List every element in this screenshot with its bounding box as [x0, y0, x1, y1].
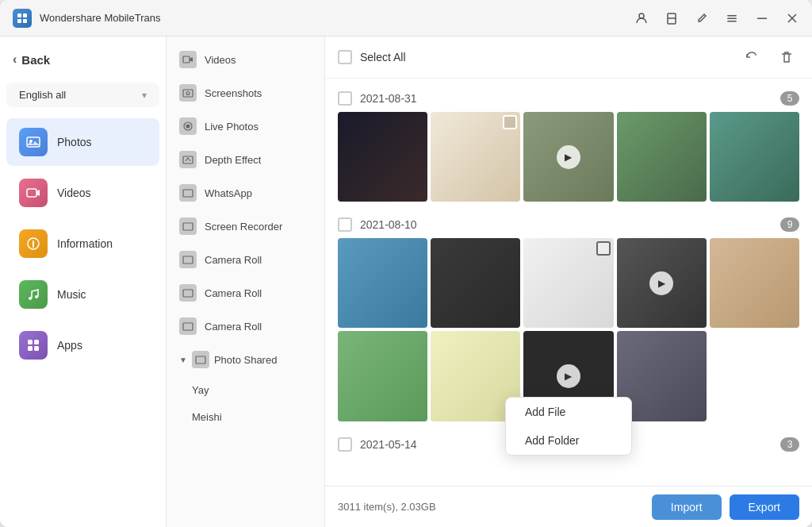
- middle-item-live-photos[interactable]: Live Photos: [167, 110, 324, 143]
- titlebar-icons: [634, 11, 799, 25]
- photo-thumb[interactable]: [338, 238, 427, 328]
- sidebar-item-videos-label: Videos: [57, 187, 91, 199]
- svg-rect-28: [183, 256, 193, 264]
- whatsapp-icon: [179, 184, 197, 202]
- sidebar-item-music[interactable]: Music: [6, 271, 159, 318]
- import-button[interactable]: Import: [652, 494, 722, 520]
- middle-item-depth-effect-label: Depth Effect: [205, 154, 261, 166]
- items-info: 3011 item(s), 2.03GB: [338, 501, 436, 513]
- sub-item-yay-label: Yay: [192, 384, 209, 396]
- sub-item-meishi[interactable]: Meishi: [167, 403, 324, 430]
- svg-point-4: [639, 13, 644, 18]
- content-area: ‹ Back English all ▾ Photos: [0, 37, 812, 527]
- apps-nav-icon: [19, 331, 48, 360]
- sidebar-item-information[interactable]: Information: [6, 220, 159, 267]
- photo-thumb[interactable]: [710, 238, 799, 328]
- date-3-count: 3: [780, 437, 799, 452]
- svg-rect-7: [727, 17, 737, 19]
- dropdown-add-folder[interactable]: Add Folder: [506, 426, 631, 455]
- svg-rect-3: [23, 19, 27, 23]
- svg-point-14: [29, 297, 32, 300]
- camera-roll-2-icon: [179, 284, 197, 302]
- play-button-icon: ▶: [649, 271, 673, 295]
- export-button[interactable]: Export: [730, 494, 799, 520]
- svg-rect-0: [17, 13, 21, 17]
- date-section-1: 2021-08-31 5: [338, 85, 799, 202]
- svg-rect-30: [183, 323, 193, 330]
- sidebar-item-photos[interactable]: Photos: [6, 118, 159, 166]
- photo-grid-2: ▶: [338, 238, 799, 421]
- middle-item-screenshots-label: Screenshots: [205, 87, 262, 99]
- svg-rect-9: [757, 17, 767, 19]
- middle-item-whatsapp-label: WhatsApp: [205, 187, 252, 199]
- bookmark-icon[interactable]: [665, 11, 679, 25]
- dropdown-add-file[interactable]: Add File: [506, 398, 631, 426]
- middle-item-videos-label: Videos: [205, 54, 236, 66]
- menu-icon[interactable]: [725, 11, 739, 25]
- play-button-icon: ▶: [557, 145, 580, 169]
- photo-shared-arrow-icon: ▼: [179, 356, 187, 364]
- toolbar-right: [739, 44, 799, 70]
- photo-shared-icon: [192, 351, 209, 368]
- sidebar-item-photos-label: Photos: [57, 136, 92, 148]
- svg-rect-26: [183, 190, 193, 197]
- sidebar-item-music-label: Music: [57, 288, 86, 301]
- svg-rect-21: [183, 90, 193, 97]
- device-selector-text: English all: [19, 89, 66, 101]
- device-selector[interactable]: English all ▾: [6, 83, 159, 107]
- photo-thumb[interactable]: [523, 238, 613, 328]
- user-icon[interactable]: [634, 11, 649, 25]
- date-3-checkbox[interactable]: [338, 437, 352, 452]
- photo-thumb[interactable]: [338, 331, 427, 421]
- date-1-count: 5: [780, 91, 799, 106]
- photo-thumb[interactable]: ▶: [523, 112, 613, 202]
- back-button[interactable]: ‹ Back: [0, 46, 166, 73]
- svg-rect-19: [34, 346, 39, 351]
- middle-item-depth-effect[interactable]: Depth Effect: [167, 143, 324, 176]
- middle-item-camera-roll-1[interactable]: Camera Roll: [167, 243, 324, 276]
- undo-button[interactable]: [739, 44, 764, 70]
- app-window: Wondershare MobileTrans: [0, 0, 812, 527]
- camera-roll-1-icon: [179, 251, 197, 268]
- play-button-icon: ▶: [557, 364, 580, 388]
- screenshots-icon: [179, 84, 197, 102]
- middle-item-screenshots[interactable]: Screenshots: [167, 76, 324, 110]
- middle-item-screen-recorder[interactable]: Screen Recorder: [167, 210, 324, 243]
- middle-item-camera-roll-3[interactable]: Camera Roll: [167, 310, 324, 343]
- edit-icon[interactable]: [695, 11, 709, 25]
- chevron-down-icon: ▾: [142, 90, 147, 101]
- middle-item-camera-roll-2[interactable]: Camera Roll: [167, 276, 324, 310]
- photo-thumb[interactable]: [617, 112, 707, 202]
- photo-thumb[interactable]: [338, 112, 427, 202]
- svg-rect-1: [23, 13, 27, 17]
- close-icon[interactable]: [785, 11, 799, 25]
- minimize-icon[interactable]: [755, 11, 769, 25]
- main-container: Select All: [325, 37, 812, 527]
- middle-item-screen-recorder-label: Screen Recorder: [205, 221, 282, 233]
- middle-item-camera-roll-3-label: Camera Roll: [205, 321, 262, 333]
- middle-item-whatsapp[interactable]: WhatsApp: [167, 176, 324, 210]
- photo-thumb[interactable]: [710, 112, 799, 202]
- bottom-actions: Import Export: [652, 494, 799, 520]
- delete-button[interactable]: [774, 44, 799, 70]
- live-photos-icon: [179, 117, 197, 135]
- date-2-checkbox[interactable]: [338, 217, 352, 232]
- date-header-2: 2021-08-10 9: [338, 211, 799, 238]
- photo-thumb[interactable]: [431, 238, 520, 328]
- svg-point-11: [29, 140, 33, 143]
- middle-panel: Videos Screenshots Live Photos Depth Eff…: [167, 37, 325, 527]
- photo-shared-header[interactable]: ▼ Photo Shared: [167, 343, 324, 376]
- titlebar-left: Wondershare MobileTrans: [13, 9, 160, 28]
- date-1-checkbox[interactable]: [338, 91, 352, 106]
- sidebar-item-apps[interactable]: Apps: [6, 321, 159, 369]
- photo-thumb[interactable]: ▶: [617, 238, 707, 328]
- select-all-checkbox[interactable]: [338, 50, 352, 64]
- svg-rect-29: [183, 290, 193, 297]
- photo-thumb[interactable]: [431, 112, 520, 202]
- sub-item-yay[interactable]: Yay: [167, 376, 324, 403]
- main-toolbar: Select All: [325, 37, 812, 79]
- middle-item-videos[interactable]: Videos: [167, 43, 324, 76]
- svg-rect-10: [27, 137, 40, 147]
- sidebar-item-videos[interactable]: Videos: [6, 169, 159, 217]
- date-1-label: 2021-08-31: [360, 92, 772, 105]
